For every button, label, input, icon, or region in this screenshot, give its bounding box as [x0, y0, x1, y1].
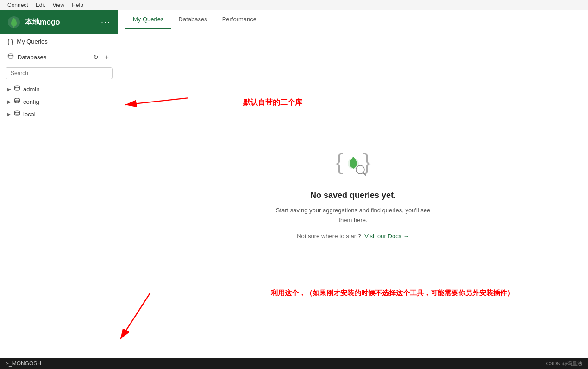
sidebar-databases-label: Databases	[18, 54, 46, 61]
sidebar-item-my-queries[interactable]: { } My Queries	[0, 34, 118, 49]
tab-databases[interactable]: Databases	[171, 10, 214, 29]
content-area: { } No saved queries yet. Start sav	[118, 29, 588, 358]
sidebar-title: 本地mogo	[25, 18, 60, 27]
sidebar-section-databases: Databases ↻ +	[0, 49, 118, 65]
svg-line-13	[125, 98, 188, 105]
annotation-label-mongosh: 利用这个，（如果刚才安装的时候不选择这个工具，可能需要你另外安装插件）	[271, 289, 514, 298]
tab-my-queries[interactable]: My Queries	[125, 10, 171, 29]
tabs-bar: My Queries Databases Performance	[118, 10, 588, 29]
db-item-local[interactable]: ▶ local	[0, 108, 118, 121]
db-item-config[interactable]: ▶ config	[0, 95, 118, 108]
sidebar-databases-actions: ↻ +	[91, 52, 111, 62]
db-config-label: config	[23, 98, 39, 105]
status-bar-right: CSDN @码里法	[546, 360, 582, 367]
svg-point-3	[15, 86, 20, 88]
visit-docs-link[interactable]: Visit our Docs →	[364, 233, 409, 240]
refresh-databases-button[interactable]: ↻	[91, 52, 100, 62]
svg-text:}: }	[361, 149, 373, 176]
tab-performance[interactable]: Performance	[215, 10, 264, 29]
annotation-label-three-db: 默认自带的三个库	[243, 98, 302, 108]
menu-view[interactable]: View	[49, 1, 68, 9]
db-local-label: local	[23, 111, 36, 118]
menu-help[interactable]: Help	[68, 1, 87, 9]
empty-state-description: Start saving your aggregations and find …	[276, 206, 430, 225]
not-sure-text: Not sure where to start?	[297, 233, 361, 240]
chevron-local-icon: ▶	[7, 112, 11, 117]
db-config-icon	[14, 98, 20, 106]
db-admin-icon	[14, 85, 20, 93]
sidebar-item-my-queries-label: My Queries	[17, 38, 47, 45]
db-local-icon	[14, 110, 20, 118]
databases-icon	[7, 53, 14, 61]
sidebar: 本地mogo ··· { } My Queries	[0, 10, 118, 358]
docs-link-container: Not sure where to start? Visit our Docs …	[297, 233, 409, 240]
mongo-leaf-icon	[7, 16, 20, 29]
db-admin-label: admin	[23, 86, 39, 93]
svg-point-2	[8, 54, 13, 56]
sidebar-brand: 本地mogo	[7, 16, 60, 29]
queries-icon: { }	[7, 38, 13, 45]
empty-state-icon: { }	[332, 147, 374, 181]
menu-edit[interactable]: Edit	[32, 1, 49, 9]
status-bar: >_MONGOSH CSDN @码里法	[0, 358, 588, 369]
empty-state-title: No saved queries yet.	[310, 191, 396, 200]
main-content: My Queries Databases Performance { }	[118, 10, 588, 358]
svg-point-5	[15, 111, 20, 113]
svg-point-4	[15, 98, 20, 100]
db-item-admin[interactable]: ▶ admin	[0, 83, 118, 95]
app-body: 本地mogo ··· { } My Queries	[0, 10, 588, 358]
chevron-admin-icon: ▶	[7, 87, 11, 92]
database-search-box	[6, 67, 113, 79]
menubar: Connect Edit View Help	[0, 0, 588, 10]
svg-text:{: {	[333, 149, 345, 176]
sidebar-options-button[interactable]: ···	[101, 18, 111, 27]
add-database-button[interactable]: +	[103, 52, 111, 62]
empty-state: { } No saved queries yet. Start sav	[276, 147, 430, 240]
menu-connect[interactable]: Connect	[4, 1, 32, 9]
svg-line-14	[120, 293, 150, 339]
status-bar-left[interactable]: >_MONGOSH	[6, 360, 41, 367]
sidebar-content: { } My Queries Databases ↻	[0, 34, 118, 358]
search-input[interactable]	[6, 67, 113, 79]
sidebar-header: 本地mogo ···	[0, 10, 118, 34]
chevron-config-icon: ▶	[7, 99, 11, 104]
